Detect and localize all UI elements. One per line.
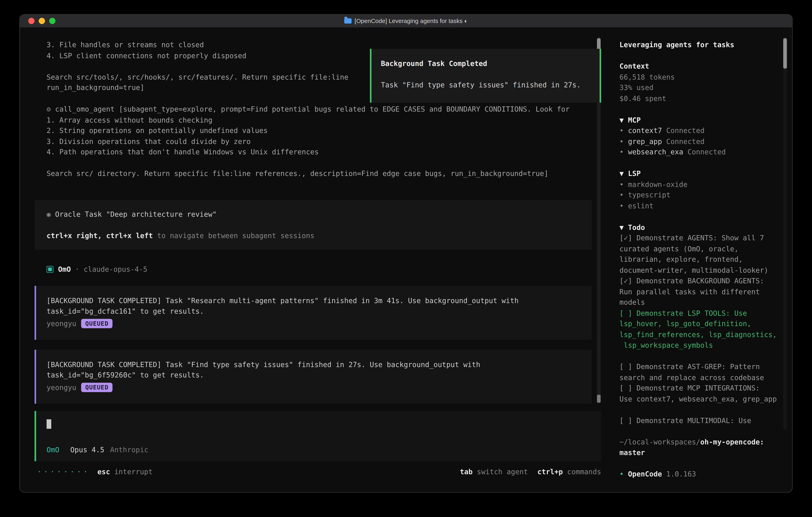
sidebar-scrollbar-thumb[interactable] [783, 38, 787, 69]
message-text: task_id="bg_dcfac161" to get results. [47, 306, 592, 317]
todo-line-active: [ ] Demonstrate LSP TOOLS: Use [619, 307, 783, 318]
model-selector-row[interactable]: OmO Opus 4.5 Anthropic [47, 444, 601, 455]
fullscreen-button[interactable] [49, 18, 55, 24]
section-lsp[interactable]: ▼ LSP [619, 168, 783, 179]
status-badge: QUEUED [81, 383, 113, 392]
tool-call-line: ⚙ call_omo_agent [subagent_type=explore,… [35, 104, 597, 114]
todo-line-active: lsp_hover, lsp_goto_definition, [619, 318, 783, 329]
message-text: task_id="bg_6f59260c" to get results. [47, 370, 592, 380]
mcp-item: • context7 Connected [619, 125, 783, 136]
bullet-icon: • [619, 147, 628, 156]
section-mcp[interactable]: ▼ MCP [619, 114, 783, 125]
log-line: 3. Division operations that could divide… [35, 136, 597, 147]
hint-text: to navigate between subagent sessions [153, 231, 315, 240]
scroll-indicator[interactable] [597, 394, 601, 403]
chevron-down-icon: ▼ [619, 223, 628, 231]
active-agent: OmO [47, 444, 59, 455]
context-heading: Context [619, 61, 783, 72]
esc-key-hint: esc [97, 466, 114, 478]
context-tokens: 66,518 tokens [619, 71, 783, 82]
lsp-name: typescript [628, 191, 670, 199]
message-card: [BACKGROUND TASK COMPLETED] Task "Resear… [35, 285, 592, 339]
terminal-window: [OpenCode] Leveraging agents for tasks ◐… [19, 14, 793, 493]
oracle-title: Oracle Task "Deep architecture review" [55, 210, 217, 218]
context-spent: $0.46 spent [619, 93, 783, 104]
mcp-item: • websearch_exa Connected [619, 146, 783, 157]
context-used: 33% used [619, 82, 783, 93]
mcp-heading: MCP [628, 115, 641, 124]
minimize-button[interactable] [39, 18, 45, 24]
chevron-down-icon: ▼ [619, 115, 628, 124]
close-button[interactable] [28, 18, 34, 24]
status-left: ········ esc interrupt [37, 466, 153, 478]
message-meta: yeongyu QUEUED [47, 318, 592, 329]
todo-line: models [619, 297, 783, 308]
todo-line: document-writer, multimodal-looker) [619, 265, 783, 275]
todo-line-active: lsp_find_references, lsp_diagnostics, [619, 329, 783, 340]
agent-model: claude-opus-4-5 [84, 265, 147, 273]
folder-icon [344, 19, 351, 24]
todo-line: [ ] Demonstrate MULTIMODAL: Use [619, 415, 783, 426]
toast-title: Background Task Completed [381, 58, 600, 69]
todo-line: search and replace across codebase [619, 372, 783, 383]
todo-line-active: lsp_workspace_symbols [619, 340, 783, 351]
lsp-name: markdown-oxide [628, 180, 688, 188]
lsp-heading: LSP [628, 169, 641, 178]
text-cursor [47, 419, 51, 429]
window-titlebar[interactable]: [OpenCode] Leveraging agents for tasks ◐ [20, 15, 792, 28]
agent-header-text: OmO · claude-opus-4-5 [58, 264, 147, 275]
mcp-name: websearch_exa [628, 147, 683, 156]
lsp-item: • markdown-oxide [619, 179, 783, 190]
traffic-lights [28, 15, 55, 27]
mcp-item: • grep_app Connected [619, 136, 783, 147]
bullet-icon: • [619, 201, 628, 210]
toast-body: Task "Find type safety issues" finished … [381, 80, 600, 90]
log-line: 1. Array access without bounds checking [35, 114, 597, 125]
session-sidebar: Leveraging agents for tasks Context 66,5… [601, 28, 792, 492]
window-title: [OpenCode] Leveraging agents for tasks ◐ [344, 18, 468, 24]
message-card: [BACKGROUND TASK COMPLETED] Task "Find t… [35, 350, 592, 404]
todo-line: Run parallel tasks with different [619, 286, 783, 297]
mcp-status: Connected [683, 147, 726, 156]
bullet-icon: • [619, 137, 628, 145]
bullet-icon: • [619, 180, 628, 188]
tool-name: call_omo_agent [55, 105, 119, 113]
workspace-path: ~/local-workspaces/oh-my-opencode: [619, 436, 783, 447]
mcp-name: context7 [628, 126, 662, 135]
input-line[interactable] [47, 418, 601, 430]
chat-pane: 3. File handles or streams not closed 4.… [20, 28, 597, 492]
bullet-icon: • [619, 470, 628, 478]
agent-separator: · [71, 265, 84, 273]
oracle-title-line: ◉ Oracle Task "Deep architecture review" [47, 209, 592, 219]
agent-checkbox-icon [47, 266, 53, 273]
author-name: yeongyu [47, 383, 76, 392]
todo-line: librarian, explore, frontend, [619, 254, 783, 265]
workspace-branch: master [619, 447, 783, 458]
todo-line: Use context7, websearch_exa, grep_app [619, 393, 783, 404]
oracle-hint-line: ctrl+x right, ctrl+x left to navigate be… [47, 230, 592, 241]
sidebar-scrollbar-track[interactable] [783, 37, 787, 430]
prompt-input[interactable]: OmO Opus 4.5 Anthropic [35, 411, 601, 461]
mcp-status: Connected [662, 126, 704, 135]
lsp-name: eslint [628, 201, 654, 210]
app-name: OpenCode [628, 470, 662, 478]
gear-icon: ⚙ [47, 105, 55, 113]
model-provider: Anthropic [110, 444, 148, 455]
lsp-item: • eslint [619, 200, 783, 211]
tab-key-hint: tab [460, 466, 477, 478]
log-line: 3. File handles or streams not closed [35, 39, 597, 50]
desktop: [OpenCode] Leveraging agents for tasks ◐… [0, 0, 812, 517]
todo-heading: Todo [628, 223, 645, 231]
agent-header: OmO · claude-opus-4-5 [47, 264, 597, 275]
section-todo[interactable]: ▼ Todo [619, 222, 783, 233]
workspace-repo: oh-my-opencode: [700, 437, 764, 446]
switch-agent-label: switch agent [477, 466, 528, 478]
message-text: [BACKGROUND TASK COMPLETED] Task "Find t… [47, 359, 592, 370]
tool-args: [subagent_type=explore, prompt=Find pote… [119, 105, 570, 113]
interrupt-label: interrupt [114, 466, 153, 478]
hint-keys: ctrl+x right, ctrl+x left [47, 231, 153, 240]
app-version-number: 1.0.163 [662, 470, 696, 478]
status-right: tab switch agent ctrl+p commands [460, 466, 601, 478]
log-line: 2. String operations on potentially unde… [35, 125, 597, 136]
commands-label: commands [567, 466, 601, 478]
